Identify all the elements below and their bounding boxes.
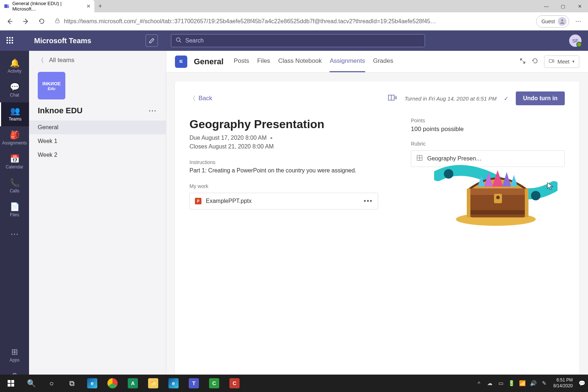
search-input[interactable]: Search xyxy=(171,34,425,47)
points-label: Points xyxy=(411,118,565,123)
all-teams-link[interactable]: 〈 All teams xyxy=(29,51,166,70)
channel-name: General xyxy=(194,57,224,66)
app-launcher-icon[interactable] xyxy=(7,37,14,44)
bell-icon: 🔔 xyxy=(10,59,20,67)
check-icon: ✓ xyxy=(504,95,509,102)
taskbar-camtasia[interactable]: C xyxy=(204,375,224,392)
my-work-label: My work xyxy=(189,183,378,189)
tray-battery-icon[interactable]: 🔋 xyxy=(506,375,517,392)
start-button[interactable] xyxy=(1,375,21,392)
back-button[interactable]: 〈 Back xyxy=(189,94,212,103)
lock-icon xyxy=(54,18,60,25)
tab-grades[interactable]: Grades xyxy=(373,51,393,72)
rail-chat[interactable]: 💬Chat xyxy=(0,78,29,102)
svg-rect-29 xyxy=(525,188,528,217)
nav-back-button[interactable] xyxy=(3,15,17,28)
tray-display-icon[interactable]: ▭ xyxy=(495,375,506,392)
teams-favicon xyxy=(4,3,9,9)
search-placeholder: Search xyxy=(185,37,204,44)
cortana-button[interactable]: ○ xyxy=(41,375,62,392)
taskbar-teams[interactable]: T xyxy=(184,375,204,392)
tab-posts[interactable]: Posts xyxy=(234,51,249,72)
nav-forward-button[interactable] xyxy=(19,15,33,28)
taskbar-edge[interactable]: e xyxy=(82,375,102,392)
rail-apps[interactable]: ⊞Apps xyxy=(0,343,29,367)
close-tab-icon[interactable]: ✕ xyxy=(86,3,91,9)
reload-tab-icon[interactable] xyxy=(532,58,538,66)
taskbar-app-a[interactable]: A xyxy=(123,375,143,392)
notifications-button[interactable]: 💬 xyxy=(576,375,587,392)
close-window-button[interactable]: ✕ xyxy=(571,0,588,12)
tab-class-notebook[interactable]: Class Notebook xyxy=(278,51,322,72)
file-more-button[interactable]: ••• xyxy=(364,197,373,205)
app-rail: 🔔Activity 💬Chat 👥Teams 🎒Assignments 📅Cal… xyxy=(0,51,29,391)
chevron-down-icon: ▾ xyxy=(572,59,575,64)
rubric-label: Rubric xyxy=(411,141,565,147)
task-view-button[interactable]: ⧉ xyxy=(62,375,82,392)
minimize-button[interactable]: — xyxy=(538,0,555,12)
assignment-card: 〈 Back Turned in Fri Aug 14, 2020 at 6:5… xyxy=(175,81,579,383)
immersive-reader-icon[interactable] xyxy=(388,94,397,103)
channel-week1[interactable]: Week 1 xyxy=(29,134,166,148)
rail-calls[interactable]: 📞Calls xyxy=(0,174,29,198)
new-tab-button[interactable]: + xyxy=(94,3,106,10)
taskbar-edge2[interactable]: e xyxy=(163,375,184,392)
tray-onedrive-icon[interactable]: ☁ xyxy=(485,375,495,392)
meet-button[interactable]: Meet ▾ xyxy=(544,56,579,68)
app-title: Microsoft Teams xyxy=(34,37,91,45)
browser-tab[interactable]: General (Inknoe EDU) | Microsoft… ✕ xyxy=(0,0,94,12)
due-date: Due August 17, 2020 8:00 AM xyxy=(189,135,378,141)
expand-icon[interactable] xyxy=(519,58,526,66)
instructions-text: Part 1: Creating a PowerPoint on the cou… xyxy=(189,167,378,174)
guest-avatar-icon xyxy=(558,17,567,26)
browser-tab-title: General (Inknoe EDU) | Microsoft… xyxy=(12,1,81,12)
channel-avatar: IE xyxy=(175,56,187,68)
profile-button[interactable]: Guest xyxy=(536,15,569,28)
svg-rect-28 xyxy=(467,188,470,217)
celebration-illustration xyxy=(434,154,558,228)
svg-point-7 xyxy=(176,38,180,41)
search-button[interactable]: 🔍 xyxy=(21,375,41,392)
turned-in-status: Turned in Fri Aug 14, 2020 at 6:51 PM xyxy=(404,95,496,102)
undo-turn-in-button[interactable]: Undo turn in xyxy=(516,91,565,105)
tray-wifi-icon[interactable]: 📶 xyxy=(517,375,528,392)
rail-more[interactable]: ⋯ xyxy=(0,222,29,246)
svg-rect-32 xyxy=(8,384,11,387)
maximize-button[interactable]: ▢ xyxy=(555,0,571,12)
team-logo: INKИOE Edu xyxy=(38,72,65,99)
tab-files[interactable]: Files xyxy=(257,51,270,72)
address-bar[interactable]: https://teams.microsoft.com/_#/school/ta… xyxy=(51,15,534,28)
refresh-button[interactable] xyxy=(35,15,49,28)
channel-general[interactable]: General xyxy=(29,121,166,134)
browser-menu-button[interactable]: ⋯ xyxy=(571,15,585,28)
compose-button[interactable] xyxy=(146,34,158,47)
channel-header: IE General Posts Files Class Notebook As… xyxy=(166,51,588,73)
points-value: 100 points possible xyxy=(411,126,565,133)
rail-teams[interactable]: 👥Teams xyxy=(0,102,29,126)
user-avatar[interactable]: SF xyxy=(569,34,581,47)
rail-activity[interactable]: 🔔Activity xyxy=(0,54,29,78)
tray-pen-icon[interactable]: ✎ xyxy=(539,375,550,392)
tab-assignments[interactable]: Assignments xyxy=(330,51,365,72)
tray-chevron-icon[interactable]: ^ xyxy=(474,375,485,392)
rail-assignments[interactable]: 🎒Assignments xyxy=(0,126,29,150)
file-name: ExamplePPT.pptx xyxy=(206,198,252,204)
taskbar-explorer[interactable]: 📁 xyxy=(143,375,163,392)
teams-icon: 👥 xyxy=(10,107,20,115)
team-more-button[interactable]: ⋯ xyxy=(148,106,157,115)
taskbar-chrome[interactable] xyxy=(102,375,123,392)
svg-rect-20 xyxy=(469,210,527,215)
attached-file[interactable]: P ExamplePPT.pptx ••• xyxy=(189,193,378,209)
tray-volume-icon[interactable]: 🔊 xyxy=(528,375,539,392)
channel-week2[interactable]: Week 2 xyxy=(29,148,166,162)
taskbar-recorder[interactable]: C xyxy=(224,375,245,392)
rail-calendar[interactable]: 📅Calendar xyxy=(0,150,29,174)
svg-point-22 xyxy=(496,196,500,199)
svg-rect-2 xyxy=(7,6,9,8)
rail-files[interactable]: 📄Files xyxy=(0,198,29,222)
closes-date: Closes August 21, 2020 8:00 AM xyxy=(189,143,378,150)
chevron-left-icon: 〈 xyxy=(38,56,44,65)
guest-label: Guest xyxy=(542,19,555,24)
taskbar-clock[interactable]: 6:51 PM 8/14/2020 xyxy=(550,377,576,389)
svg-rect-33 xyxy=(11,384,14,387)
